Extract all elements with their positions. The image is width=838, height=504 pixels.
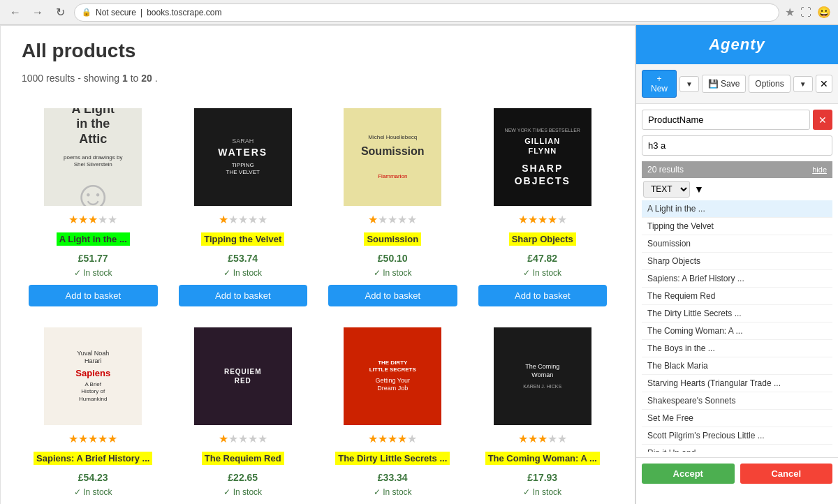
filter-row: TEXT HTML ATTR ▼ [642,181,832,198]
profile-icon[interactable]: 😀 [817,6,831,19]
to-text: to [131,73,142,84]
stock-5: ✓ In stock [29,487,158,497]
result-item[interactable]: A Light in the ... [642,200,832,218]
product-title-6[interactable]: The Requiem Red [179,449,308,468]
product-title-2[interactable]: Tipping the Velvet [179,230,308,249]
extensions-icon[interactable]: ⛶ [800,6,811,19]
product-card-4: NEW YORK TIMES BESTSELLER GILLIANFLYNN S… [471,101,615,313]
title-text-7[interactable]: The Dirty Little Secrets ... [335,452,450,465]
result-item[interactable]: The Coming Woman: A ... [642,323,832,340]
clear-search-button[interactable]: ✕ [813,110,832,130]
book-cover-text-8: The ComingWoman KAREN J. HICKS [517,357,567,394]
options-button[interactable]: Options [749,75,790,93]
price-7: £33.34 [328,472,457,483]
product-title-4[interactable]: Sharp Objects [478,230,608,249]
result-item[interactable]: Tipping the Velvet [642,218,832,235]
accept-button[interactable]: Accept [642,464,735,484]
title-text-2[interactable]: Tipping the Velvet [201,232,284,246]
book-cover-1: A Lightin theAttic poems and drawings by… [44,108,142,206]
book-cover-text-3: Michel Houellebecq Soumission Flammarion [355,128,430,186]
result-item[interactable]: Starving Hearts (Triangular Trade ... [642,375,832,392]
add-basket-btn-4[interactable]: Add to basket [478,285,608,306]
price-3: £50.10 [328,253,457,264]
product-title-8[interactable]: The Coming Woman: A ... [478,449,608,468]
result-item[interactable]: Rip it Up and ... [642,445,832,452]
book-cover-text-2: SARAH WATERS TIPPINGTHE VELVET [212,132,273,182]
page-title: All products [22,40,614,62]
star-rating-5: ★★★★★ [29,432,158,445]
title-text-3[interactable]: Soumission [364,232,421,246]
stock-6: ✓ In stock [179,487,308,497]
options-dropdown-button[interactable]: ▼ [793,76,813,92]
result-item[interactable]: The Requiem Red [642,288,832,305]
result-item[interactable]: The Boys in the ... [642,340,832,357]
agenty-panel: Agenty + New ▼ 💾 Save Options ▼ ✕ [635,25,838,504]
star-rating-8: ★★★★★ [478,432,608,445]
new-button[interactable]: + New [642,70,677,98]
product-card-3: Michel Houellebecq Soumission Flammarion… [321,101,464,313]
agenty-body: ✕ 20 results hide TEXT HTML ATTR ▼ A Lig… [636,104,838,457]
results-list: A Light in the ...Tipping the VelvetSoum… [642,200,832,452]
query-input[interactable] [642,135,832,156]
search-input[interactable] [642,110,810,130]
save-button[interactable]: 💾 Save [702,75,746,93]
options-label: Options [755,79,784,89]
hide-link[interactable]: hide [812,165,827,174]
book-cover-text-7: THE DIRTYLITTLE SECRETS Getting YourDrea… [364,354,422,399]
price-1: £51.77 [29,253,158,264]
title-text-5[interactable]: Sapiens: A Brief History ... [34,452,152,465]
reload-button[interactable]: ↻ [52,4,68,21]
add-basket-btn-3[interactable]: Add to basket [328,285,457,306]
product-card-7: THE DIRTYLITTLE SECRETS Getting YourDrea… [321,320,464,504]
star-rating-2: ★★★★★ [179,213,308,226]
products-grid: A Lightin theAttic poems and drawings by… [22,101,614,504]
add-basket-btn-1[interactable]: Add to basket [29,285,158,306]
stock-4: ✓ In stock [478,268,608,278]
results-info: 1000 results - showing 1 to 20 . [22,73,614,84]
result-item[interactable]: The Dirty Little Secrets ... [642,305,832,323]
save-label: Save [721,79,740,89]
book-cover-text-5: Yuval NoahHarari Sapiens A BriefHistory … [70,344,116,408]
book-cover-6: REQUIEMRED [194,327,292,425]
price-6: £22.65 [179,472,308,483]
result-item[interactable]: The Black Maria [642,357,832,375]
result-item[interactable]: Sharp Objects [642,253,832,270]
title-text-8[interactable]: The Coming Woman: A ... [485,452,600,465]
range-start: 1 [122,73,128,84]
filter-type-select[interactable]: TEXT HTML ATTR [643,181,690,198]
new-dropdown-button[interactable]: ▼ [679,76,699,92]
result-item[interactable]: Shakespeare's Sonnets [642,392,832,410]
book-cover-5: Yuval NoahHarari Sapiens A BriefHistory … [44,327,142,425]
book-cover-7: THE DIRTYLITTLE SECRETS Getting YourDrea… [344,327,441,425]
result-item[interactable]: Soumission [642,235,832,253]
title-text-4[interactable]: Sharp Objects [509,232,576,246]
title-text-6[interactable]: The Requiem Red [202,452,284,465]
product-title-3[interactable]: Soumission [328,230,457,249]
cancel-button[interactable]: Cancel [740,464,833,484]
price-2: £53.74 [179,253,308,264]
back-button[interactable]: ← [7,4,24,21]
result-item[interactable]: Set Me Free [642,410,832,427]
result-item[interactable]: Sapiens: A Brief History ... [642,270,832,288]
product-title-1[interactable]: A Light in the ... [29,230,158,249]
agenty-title: Agenty [709,36,765,53]
add-basket-btn-2[interactable]: Add to basket [179,285,308,306]
product-card-6: REQUIEMRED ★★★★★ The Requiem Red £22.65 … [172,320,315,504]
result-item[interactable]: Scott Pilgrim's Precious Little ... [642,427,832,445]
bookmark-icon[interactable]: ★ [785,6,795,19]
results-header: 20 results hide [642,161,832,178]
close-panel-button[interactable]: ✕ [816,75,832,93]
options-dropdown-arrow: ▼ [800,80,807,88]
security-icon: 🔒 [82,8,91,17]
agenty-toolbar: + New ▼ 💾 Save Options ▼ ✕ [636,64,838,104]
star-rating-4: ★★★★★ [478,213,608,226]
stock-8: ✓ In stock [478,487,608,497]
product-title-5[interactable]: Sapiens: A Brief History ... [29,449,158,468]
title-text-1[interactable]: A Light in the ... [57,232,130,246]
book-cover-text-6: REQUIEMRED [219,362,267,391]
product-card-8: The ComingWoman KAREN J. HICKS ★★★★★ The… [471,320,615,504]
forward-button[interactable]: → [29,4,46,21]
period: . [155,73,158,84]
product-title-7[interactable]: The Dirty Little Secrets ... [328,449,457,468]
star-rating-3: ★★★★★ [328,213,457,226]
